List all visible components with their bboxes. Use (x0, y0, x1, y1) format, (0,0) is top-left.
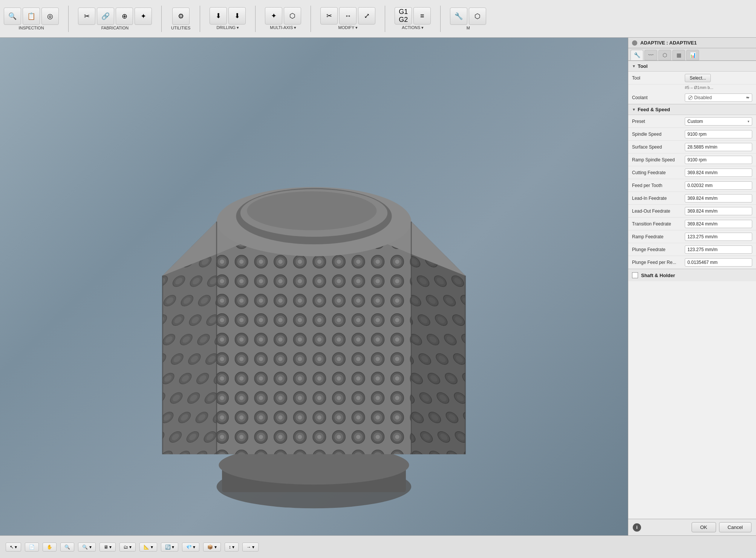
modify-label[interactable]: MODIFY ▾ (338, 25, 358, 30)
toolbar-group-drilling: ⬇ ⬇ DRILLING ▾ (210, 7, 246, 30)
sep-3 (200, 6, 200, 32)
m-label: M (467, 26, 470, 30)
bottom-btn-measure[interactable]: 📐 ▾ (139, 543, 157, 552)
tool-section-header[interactable]: ▼ Tool (628, 61, 756, 72)
feed-per-tooth-value (685, 181, 752, 190)
spindle-speed-input[interactable] (685, 130, 752, 138)
plunge-feedrate-input[interactable] (685, 245, 752, 254)
modify-btn-3[interactable]: ⤢ (358, 7, 375, 25)
util-btn-1[interactable]: ⚙ (172, 8, 190, 25)
multiaxis-btn-2[interactable]: ⬡ (284, 7, 301, 25)
surface-speed-input[interactable] (685, 143, 752, 151)
tool-value: Select... (685, 74, 752, 82)
bottom-btn-grid[interactable]: 🗂 ▾ (119, 543, 136, 552)
bottom-btn-gem[interactable]: 💎 ▾ (182, 543, 199, 552)
fab-btn-3[interactable]: ⊕ (116, 8, 133, 25)
inspection-label: INSPECTION (18, 26, 44, 30)
preset-row: Preset Custom (628, 115, 756, 128)
info-button[interactable]: i (633, 523, 641, 532)
sep-6 (385, 6, 385, 32)
tab-chart[interactable]: 📊 (686, 50, 699, 60)
tab-tool[interactable]: 🔧 (631, 50, 643, 60)
feed-per-tooth-row: Feed per Tooth (628, 179, 756, 192)
plunge-feed-per-input[interactable] (685, 258, 752, 267)
inspection-btn-1[interactable]: 🔍 (4, 8, 21, 25)
main-area: ADAPTIVE : ADAPTIVE1 🔧 〰 ⬡ ▦ 📊 ▼ Tool To… (0, 38, 756, 535)
preset-value: Custom (685, 117, 752, 126)
bottom-btn-zoom2[interactable]: 🔍 ▾ (78, 543, 95, 552)
ramp-spindle-row: Ramp Spindle Speed (628, 153, 756, 166)
bottom-btn-zoom[interactable]: 🔍 (60, 543, 74, 552)
lead-out-row: Lead-Out Feedrate (628, 205, 756, 218)
drill-btn-1[interactable]: ⬇ (210, 7, 227, 25)
ramp-feedrate-label: Ramp Feedrate (632, 234, 685, 239)
fab-btn-4[interactable]: ✦ (135, 8, 152, 25)
tool-row: Tool Select... (628, 72, 756, 84)
bottom-btn-doc[interactable]: 📄 (25, 543, 39, 552)
tab-sheet[interactable]: ▦ (672, 50, 685, 60)
toolbar-group-inspection: 🔍 📋 ◎ INSPECTION (4, 8, 59, 30)
multiaxis-label[interactable]: MULTI-AXIS ▾ (270, 25, 296, 30)
spindle-speed-row: Spindle Speed (628, 128, 756, 141)
spindle-speed-value (685, 130, 752, 138)
bottom-btn-display[interactable]: 🖥 ▾ (99, 543, 116, 552)
tool-select-button[interactable]: Select... (685, 74, 711, 82)
bottom-btn-rotate[interactable]: 🔄 ▾ (161, 543, 178, 552)
fab-btn-2[interactable]: 🔗 (97, 8, 114, 25)
inspection-btn-3[interactable]: ◎ (41, 8, 59, 25)
plunge-feedrate-value (685, 245, 752, 254)
actions-btn-2[interactable]: ≡ (413, 7, 431, 25)
shaft-label: Shaft & Holder (641, 273, 675, 278)
bottom-btn-cursor[interactable]: ↖ ▾ (6, 543, 21, 552)
tab-link[interactable]: ⬡ (658, 50, 671, 60)
toolbar-group-modify: ✂ ↔ ⤢ MODIFY ▾ (320, 7, 375, 30)
lead-in-input[interactable] (685, 194, 752, 202)
toolbar-group-fabrication: ✂ 🔗 ⊕ ✦ FABRICATION (78, 8, 152, 30)
feed-per-tooth-input[interactable] (685, 181, 752, 190)
drill-btn-2[interactable]: ⬇ (228, 7, 246, 25)
preset-select-wrapper[interactable]: Custom (685, 117, 752, 126)
multiaxis-btn-1[interactable]: ✦ (265, 7, 282, 25)
coolant-select-wrapper[interactable]: Disabled ▼ (685, 94, 752, 102)
surface-speed-value (685, 143, 752, 151)
fab-btn-1[interactable]: ✂ (78, 8, 95, 25)
drilling-label[interactable]: DRILLING ▾ (216, 25, 239, 30)
tool-section-arrow: ▼ (632, 64, 636, 68)
tool-subtitle: #5 – Ø1mm b... (628, 84, 756, 91)
preset-select[interactable]: Custom (685, 117, 752, 126)
feed-speed-section-header[interactable]: ▼ Feed & Speed (628, 104, 756, 115)
cutting-feedrate-input[interactable] (685, 169, 752, 177)
coolant-arrow: ▼ (745, 96, 749, 100)
shaft-checkbox[interactable] (632, 272, 638, 278)
inspection-btn-2[interactable]: 📋 (23, 8, 40, 25)
bottom-btn-pkg[interactable]: 📦 ▾ (203, 543, 220, 552)
actions-btn-1[interactable]: G1G2 (395, 7, 412, 25)
ramp-feedrate-input[interactable] (685, 233, 752, 241)
m-btn-2[interactable]: ⬡ (469, 8, 486, 25)
ok-button[interactable]: OK (692, 522, 716, 532)
cancel-button[interactable]: Cancel (719, 522, 751, 532)
plunge-feed-per-value (685, 258, 752, 267)
actions-label[interactable]: ACTIONS ▾ (402, 25, 424, 30)
bottom-btn-arrow[interactable]: → ▾ (242, 543, 259, 552)
modify-btn-1[interactable]: ✂ (320, 7, 338, 25)
coolant-label: Coolant (632, 95, 685, 100)
transition-input[interactable] (685, 220, 752, 228)
lead-out-input[interactable] (685, 207, 752, 215)
tab-path[interactable]: 〰 (644, 50, 657, 60)
tool-section-title: Tool (638, 63, 647, 69)
disabled-icon (688, 95, 693, 100)
m-btn-1[interactable]: 🔧 (450, 8, 467, 25)
modify-btn-2[interactable]: ↔ (339, 7, 357, 25)
footer-buttons: OK Cancel (692, 522, 751, 532)
viewport-3d[interactable] (0, 38, 628, 535)
ramp-spindle-input[interactable] (685, 156, 752, 164)
transition-label: Transition Feedrate (632, 221, 685, 227)
coolant-row: Coolant Disabled ▼ (628, 91, 756, 104)
cutting-feedrate-value (685, 169, 752, 177)
3d-model (0, 38, 628, 535)
bottom-btn-vert[interactable]: ↕ ▾ (225, 543, 239, 552)
feed-speed-arrow: ▼ (632, 107, 636, 112)
bottom-btn-pan[interactable]: ✋ (43, 543, 57, 552)
panel-tabs: 🔧 〰 ⬡ ▦ 📊 (628, 48, 756, 61)
